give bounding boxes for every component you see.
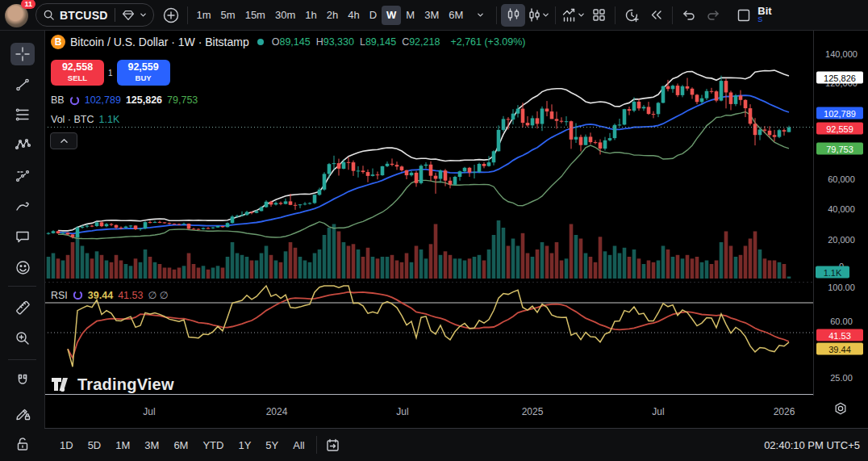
- rsi-value: 39.44: [88, 290, 113, 301]
- volume-bar: [545, 246, 549, 279]
- tool-trend-line[interactable]: [10, 73, 35, 96]
- tool-text-note[interactable]: [10, 225, 35, 248]
- volume-legend[interactable]: Vol · BTC 1.1K: [51, 114, 119, 125]
- candle-body: [695, 94, 699, 102]
- interval-M[interactable]: M: [401, 6, 419, 25]
- candle-body: [787, 128, 791, 132]
- chevron-down-icon: [542, 11, 549, 19]
- interval-1m[interactable]: 1m: [192, 6, 216, 25]
- range-3m[interactable]: 3M: [137, 435, 166, 455]
- range-1y[interactable]: 1Y: [231, 435, 258, 455]
- redo-button[interactable]: [701, 4, 725, 27]
- volume-bar: [473, 257, 477, 279]
- alert-button[interactable]: [620, 4, 644, 27]
- tool-emoji[interactable]: [10, 256, 35, 279]
- bb-legend[interactable]: BB 102,789 125,826 79,753: [51, 94, 198, 106]
- tool-crosshair[interactable]: [10, 43, 35, 65]
- range-all[interactable]: All: [286, 435, 311, 455]
- candle-body: [744, 100, 748, 108]
- candle-body: [739, 95, 743, 100]
- range-6m[interactable]: 6M: [166, 435, 195, 455]
- range-1d[interactable]: 1D: [52, 435, 81, 455]
- rsi-legend[interactable]: RSI 39.44 41.53 ∅ ∅: [51, 289, 169, 301]
- volume-bar: [81, 246, 85, 279]
- price-axis[interactable]: 140,000120,00060,00040,00020,0000100.006…: [813, 31, 868, 396]
- price-label-badge: 39.44: [816, 343, 863, 355]
- volume-bar: [753, 232, 757, 279]
- volume-bar: [560, 261, 564, 279]
- clock[interactable]: 02:40:10 PM UTC+5: [764, 439, 860, 451]
- chart-type-candles-button[interactable]: [501, 4, 525, 27]
- tool-zoom-in[interactable]: [10, 327, 35, 350]
- range-1m[interactable]: 1M: [108, 435, 137, 455]
- volume-bar: [516, 246, 520, 279]
- alert-clock-icon: [624, 7, 640, 23]
- axis-settings-button[interactable]: [833, 401, 848, 419]
- tool-xabcd-pattern[interactable]: [10, 134, 35, 157]
- candle-body: [453, 177, 457, 185]
- interval-2h[interactable]: 2h: [322, 6, 343, 25]
- market-status-icon[interactable]: [257, 39, 264, 45]
- volume-bar: [163, 268, 167, 279]
- time-axis[interactable]: Jul2024Jul2025Jul2026: [44, 396, 868, 428]
- volume-bar: [221, 268, 225, 279]
- user-menu[interactable]: 11: [3, 2, 31, 29]
- candle-body: [434, 176, 438, 179]
- pane-collapse-button[interactable]: [50, 132, 77, 149]
- interval-D[interactable]: D: [365, 6, 382, 25]
- candle-body: [289, 201, 293, 204]
- volume-bar: [337, 232, 341, 279]
- symbol-title[interactable]: Bitcoin / U.S. Dollar · 1W · Bitstamp: [70, 36, 249, 48]
- compare-add-button[interactable]: [159, 4, 183, 27]
- interval-dropdown[interactable]: [468, 4, 492, 27]
- interval-30m[interactable]: 30m: [270, 6, 300, 25]
- interval-5m[interactable]: 5m: [216, 6, 240, 25]
- tool-forecast[interactable]: [10, 165, 35, 187]
- go-to-date-button[interactable]: [321, 434, 345, 456]
- chart-pane[interactable]: B Bitcoin / U.S. Dollar · 1W · Bitstamp …: [44, 31, 813, 396]
- interval-4h[interactable]: 4h: [343, 6, 364, 25]
- price-axis-label: 140,000: [814, 49, 868, 59]
- candle-body: [632, 102, 636, 111]
- tool-magnet[interactable]: [10, 369, 35, 392]
- interval-1h[interactable]: 1h: [300, 6, 321, 25]
- candle-body: [197, 229, 201, 230]
- range-5y[interactable]: 5Y: [258, 435, 286, 455]
- candle-body: [86, 226, 90, 227]
- candle-body: [729, 93, 733, 104]
- candle-body: [110, 224, 114, 225]
- range-ytd[interactable]: YTD: [195, 435, 231, 455]
- candle-body: [323, 174, 327, 189]
- interval-15m[interactable]: 15m: [240, 6, 270, 25]
- volume-bar: [720, 242, 724, 279]
- buy-button[interactable]: 92,559 BUY: [117, 60, 170, 86]
- indicators-button[interactable]: [560, 4, 586, 27]
- candle-body: [376, 174, 380, 175]
- candle-body: [511, 114, 515, 119]
- tool-lock-all[interactable]: [10, 433, 35, 455]
- range-5d[interactable]: 5D: [81, 435, 109, 455]
- tool-ruler[interactable]: [10, 296, 35, 319]
- tool-drawing-pencil[interactable]: [10, 402, 35, 425]
- chart-style-dropdown[interactable]: [525, 4, 551, 27]
- diamond-icon[interactable]: [122, 9, 135, 22]
- undo-button[interactable]: [677, 4, 701, 27]
- layout-templates-button[interactable]: [586, 4, 611, 27]
- candle-body: [516, 109, 520, 114]
- candle-body: [478, 164, 482, 172]
- bar-replay-button[interactable]: [644, 4, 668, 27]
- fullscreen-button[interactable]: [732, 4, 756, 27]
- symbol-search[interactable]: BTCUSD: [35, 3, 154, 27]
- volume-bar: [395, 261, 399, 279]
- interval-3M[interactable]: 3M: [419, 6, 444, 25]
- interval-W[interactable]: W: [382, 6, 401, 25]
- interval-6M[interactable]: 6M: [444, 6, 468, 25]
- time-axis-label: Jul: [652, 406, 664, 417]
- tool-brush[interactable]: [10, 195, 35, 218]
- trend-line-icon: [15, 77, 31, 93]
- open-value: 89,145: [279, 36, 310, 48]
- volume-bar: [589, 257, 593, 279]
- tool-fib-retracement[interactable]: [10, 103, 35, 126]
- sell-button[interactable]: 92,558 SELL: [51, 60, 104, 86]
- candle-body: [778, 130, 782, 136]
